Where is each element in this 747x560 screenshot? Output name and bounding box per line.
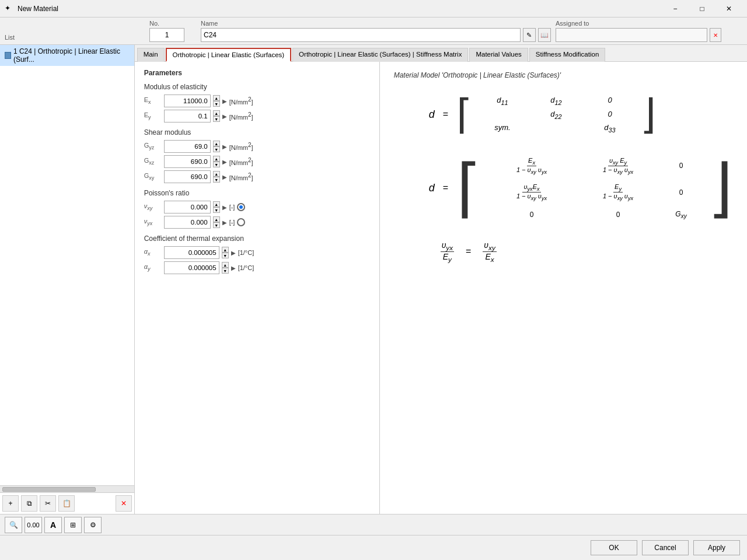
formula-title: Material Model 'Orthotropic | Linear Ela… xyxy=(394,71,733,79)
ay-down[interactable]: ▼ xyxy=(222,268,229,274)
assigned-clear-button[interactable]: ✕ xyxy=(710,28,721,42)
text-button[interactable]: A xyxy=(44,517,62,533)
tab-stiffness-matrix[interactable]: Orthotropic | Linear Elastic (Surfaces) … xyxy=(292,48,468,62)
cancel-button[interactable]: Cancel xyxy=(642,540,689,555)
tab-bar: Main Orthotropic | Linear Elastic (Surfa… xyxy=(135,45,747,62)
ex-input[interactable] xyxy=(164,94,211,107)
gyz-label: Gyz xyxy=(144,142,162,150)
d12-cell: d12 xyxy=(533,96,580,106)
ey-input[interactable] xyxy=(164,110,211,123)
full-matrix-content: Ex 1 − υxy υyx υxy Ey 1 − υxy υyx xyxy=(486,150,703,226)
vyx-up[interactable]: ▲ xyxy=(213,216,220,222)
ay-arrow[interactable]: ▶ xyxy=(231,265,236,271)
vxy-arrow[interactable]: ▶ xyxy=(222,204,227,211)
vyx-radio[interactable] xyxy=(237,218,245,226)
gyz-up[interactable]: ▲ xyxy=(213,141,220,146)
ey-spinners: ▲ ▼ xyxy=(213,110,220,122)
gxz-down[interactable]: ▼ xyxy=(213,162,220,167)
edit-button[interactable]: ✎ xyxy=(523,28,536,42)
ey-down[interactable]: ▼ xyxy=(213,116,220,122)
frac-ey: Ey 1 − υxy υyx xyxy=(577,183,659,201)
ax-unit: [1/°C] xyxy=(238,249,254,256)
no-input[interactable] xyxy=(149,28,184,42)
table-button[interactable]: ⊞ xyxy=(64,517,82,533)
library-button[interactable]: 📖 xyxy=(538,28,551,42)
search-button[interactable]: 🔍 xyxy=(5,517,22,533)
ex-arrow[interactable]: ▶ xyxy=(222,98,227,104)
params-title: Parameters xyxy=(144,69,370,77)
gxz-arrow[interactable]: ▶ xyxy=(222,159,227,165)
vxy-row: νxy ▲ ▼ ▶ [-] xyxy=(144,201,370,214)
ex-down[interactable]: ▼ xyxy=(213,101,220,107)
add-button[interactable]: + xyxy=(2,495,19,512)
ay-up[interactable]: ▲ xyxy=(222,262,229,268)
gyz-down[interactable]: ▼ xyxy=(213,146,220,152)
ay-spinners: ▲ ▼ xyxy=(222,262,229,274)
bottom-toolbar: 🔍 0.00 A ⊞ ⚙ xyxy=(0,514,747,535)
no-section: No. xyxy=(149,20,196,42)
gyz-input[interactable] xyxy=(164,140,211,153)
ax-up[interactable]: ▲ xyxy=(222,247,229,253)
gxz-up[interactable]: ▲ xyxy=(213,156,220,162)
ax-input[interactable] xyxy=(164,246,219,259)
ax-label: αx xyxy=(144,248,162,257)
ey-up[interactable]: ▲ xyxy=(213,110,220,116)
tab-stiffness-mod[interactable]: Stiffness Modification xyxy=(529,48,605,62)
assigned-row: ✕ xyxy=(556,28,742,42)
ax-down[interactable]: ▼ xyxy=(222,253,229,258)
zero4: 0 xyxy=(577,211,659,219)
vyx-input[interactable] xyxy=(164,216,211,229)
dialog: List No. Name ✎ 📖 Assigned to ✕ xyxy=(0,18,747,560)
gxy-input[interactable] xyxy=(164,170,211,183)
decimal-button[interactable]: 0.00 xyxy=(25,517,42,533)
full-matrix-container: d = ⌈ Ex 1 − υxy υyx xyxy=(394,150,733,226)
tab-main[interactable]: Main xyxy=(137,48,165,62)
d13-cell: 0 xyxy=(587,96,633,106)
full-eq-sign: = xyxy=(443,183,448,193)
apply-button[interactable]: Apply xyxy=(693,540,740,555)
vxy-input[interactable] xyxy=(164,201,211,214)
simple-matrix-eq: d = ⌈ d11 d12 0 d22 0 sym. d33 xyxy=(429,91,733,138)
delete-button[interactable]: ✕ xyxy=(116,495,132,512)
ay-input[interactable] xyxy=(164,261,219,274)
full-matrix-eq: d = ⌈ Ex 1 − υxy υyx xyxy=(429,150,733,226)
vxy-radio[interactable] xyxy=(237,203,245,211)
full-matrix-var: d xyxy=(429,182,435,194)
settings-button[interactable]: ⚙ xyxy=(84,517,102,533)
list-item[interactable]: 1 C24 | Orthotropic | Linear Elastic (Su… xyxy=(0,45,134,66)
frac-vxy-ey: υxy Ey 1 − υxy υyx xyxy=(577,157,659,175)
minimize-button[interactable]: − xyxy=(662,0,689,18)
app-icon: ✦ xyxy=(5,4,14,13)
name-input[interactable] xyxy=(201,28,521,42)
maximize-button[interactable]: □ xyxy=(689,0,715,18)
tab-orthotropic[interactable]: Orthotropic | Linear Elastic (Surfaces) xyxy=(166,48,292,62)
zero1: 0 xyxy=(664,162,699,170)
ey-arrow[interactable]: ▶ xyxy=(222,113,227,120)
cut-button[interactable]: ✂ xyxy=(40,495,56,512)
paste-button[interactable]: 📋 xyxy=(58,495,75,512)
no-label: No. xyxy=(149,20,196,27)
vyx-arrow[interactable]: ▶ xyxy=(222,219,227,226)
gxy-down[interactable]: ▼ xyxy=(213,177,220,183)
assigned-input[interactable] xyxy=(556,28,707,42)
gxz-input[interactable] xyxy=(164,155,211,168)
gxz-label: Gxz xyxy=(144,157,162,166)
gxz-unit: [N/mm2] xyxy=(229,157,253,166)
vxy-down[interactable]: ▼ xyxy=(213,207,220,213)
formula-panel: Material Model 'Orthotropic | Linear Ela… xyxy=(380,62,747,514)
list-item-label: 1 C24 | Orthotropic | Linear Elastic (Su… xyxy=(13,47,130,64)
ex-up[interactable]: ▲ xyxy=(213,95,220,101)
gyz-spinners: ▲ ▼ xyxy=(213,141,220,152)
list-scrollbar[interactable] xyxy=(0,485,134,492)
gxy-arrow[interactable]: ▶ xyxy=(222,174,227,180)
copy-button[interactable]: ⧉ xyxy=(21,495,37,512)
ax-spinners: ▲ ▼ xyxy=(222,247,229,258)
close-button[interactable]: ✕ xyxy=(715,0,742,18)
ok-button[interactable]: OK xyxy=(591,540,637,555)
gxy-up[interactable]: ▲ xyxy=(213,171,220,177)
ax-arrow[interactable]: ▶ xyxy=(231,250,236,256)
vxy-up[interactable]: ▲ xyxy=(213,201,220,207)
gyz-arrow[interactable]: ▶ xyxy=(222,144,227,150)
vyx-down[interactable]: ▼ xyxy=(213,222,220,228)
tab-material-values[interactable]: Material Values xyxy=(469,48,528,62)
